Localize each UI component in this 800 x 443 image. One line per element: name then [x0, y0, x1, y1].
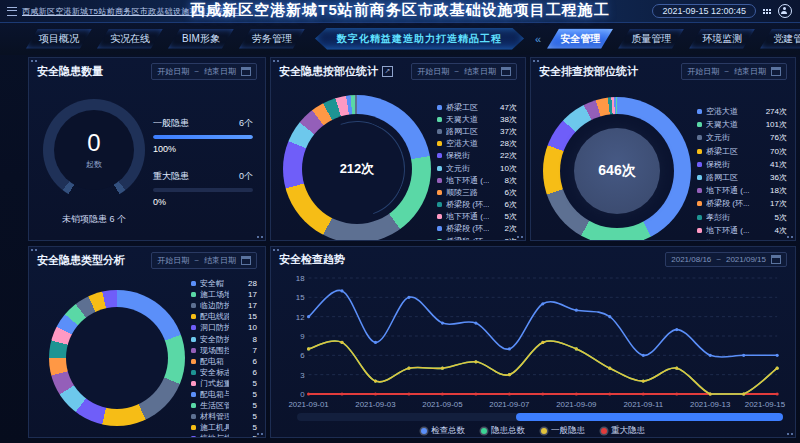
legend-item[interactable]: 配电箱6	[191, 356, 257, 367]
legend-item[interactable]: 门式起重机5	[191, 378, 257, 389]
slogan-banner: 数字化精益建造助力打造精品工程	[315, 28, 524, 50]
nav-tab[interactable]: 实况在线	[97, 29, 163, 49]
legend-item[interactable]: 孝彭街5次	[697, 211, 787, 224]
end-date-field[interactable]: 结束日期	[204, 66, 236, 77]
data-zoom-slider[interactable]	[297, 413, 783, 421]
start-date-field[interactable]: 开始日期	[687, 66, 719, 77]
legend-item[interactable]: 保税街22次	[437, 150, 517, 162]
date-range-picker[interactable]: 开始日期 ~ 结束日期	[411, 63, 517, 80]
legend-item[interactable]: 桥梁段 (环...2次	[437, 223, 517, 235]
user-avatar-icon[interactable]	[778, 4, 792, 18]
legend-item[interactable]: 安全帽28	[191, 278, 257, 289]
legend-color-dot	[437, 214, 442, 219]
legend-item[interactable]: 生活区管理5	[191, 400, 257, 411]
legend-item[interactable]: 安全标志设置6	[191, 367, 257, 378]
nav-bar: 项目概况实况在线BIM形象劳务管理 数字化精益建造助力打造精品工程 « 安全管理…	[0, 22, 800, 55]
calendar-icon[interactable]	[501, 67, 511, 76]
legend-value: 6	[233, 357, 257, 366]
legend-item[interactable]: 现场围挡7	[191, 345, 257, 356]
hamburger-icon[interactable]	[7, 7, 17, 16]
date-range-picker[interactable]: 开始日期 ~ 结束日期	[151, 63, 257, 80]
start-date-field[interactable]: 开始日期	[417, 66, 449, 77]
nav-tab[interactable]: 环境监测	[689, 29, 755, 49]
nav-tab[interactable]: 党建管理	[760, 29, 800, 49]
data-zoom-selection[interactable]	[516, 413, 783, 421]
legend-item[interactable]: 配电线路15	[191, 311, 257, 322]
calendar-icon[interactable]	[241, 67, 251, 76]
legend-color-dot	[191, 381, 196, 386]
legend-value: 6	[233, 368, 257, 377]
legend-item[interactable]: 桥梁段 (环...17次	[697, 197, 787, 210]
nav-tab[interactable]: BIM形象	[168, 29, 234, 49]
chevron-left-icon[interactable]: «	[535, 33, 541, 45]
legend-item[interactable]: 施工机具5	[191, 422, 257, 433]
end-date-field[interactable]: 结束日期	[464, 66, 496, 77]
legend-item[interactable]: 文元街10次	[437, 162, 517, 174]
hazard-type-donut[interactable]	[49, 290, 185, 426]
start-date-field[interactable]: 开始日期	[157, 255, 189, 266]
legend-item[interactable]: 施工场地17	[191, 289, 257, 300]
legend-item[interactable]: 地下环通 (...18次	[697, 184, 787, 197]
legend-label: 地下环通 (...	[446, 175, 489, 186]
nav-tab[interactable]: 安全管理	[547, 29, 613, 49]
legend-item[interactable]: 桥梁段 (环...6次	[437, 199, 517, 211]
legend-item[interactable]: 顺陵三路3次	[697, 237, 787, 241]
legend-item[interactable]: 地下环通 (...5次	[437, 211, 517, 223]
start-date-field[interactable]: 2021/08/16	[671, 255, 711, 264]
legend-color-dot	[697, 162, 702, 167]
legend-item[interactable]: 接地与接零...5	[191, 433, 257, 438]
legend-item[interactable]: 地下环通 (...4次	[697, 224, 787, 237]
legend-item[interactable]: 洞口防护10	[191, 322, 257, 333]
panel-title-text: 安全隐患按部位统计	[279, 64, 378, 79]
apps-grid-icon[interactable]	[763, 9, 771, 14]
trend-line-chart[interactable]: 03691215182021-09-012021-09-032021-09-05…	[279, 270, 787, 412]
nav-tab[interactable]: 劳务管理	[239, 29, 305, 49]
legend-item[interactable]: 顺陵三路6次	[437, 186, 517, 198]
legend-item[interactable]: 路网工区37次	[437, 125, 517, 137]
trend-legend-item[interactable]: 一般隐患	[541, 425, 585, 437]
legend-label: 接地与接零...	[200, 433, 229, 438]
legend-item[interactable]: 材料管理5	[191, 411, 257, 422]
legend-item[interactable]: 安全防护8	[191, 333, 257, 344]
header-right: 2021-09-15 12:00:45	[652, 0, 792, 22]
legend-label: 检查总数	[431, 425, 465, 437]
legend-color-dot	[191, 436, 196, 438]
legend-value: 2次	[493, 236, 517, 241]
trend-legend-item[interactable]: 检查总数	[421, 425, 465, 437]
legend-item[interactable]: 配电箱与开...5	[191, 389, 257, 400]
date-range-picker[interactable]: 2021/08/16 ~ 2021/09/15	[665, 252, 787, 267]
start-date-field[interactable]: 开始日期	[157, 66, 189, 77]
legend-item[interactable]: 路网工区36次	[697, 171, 787, 184]
end-date-field[interactable]: 结束日期	[204, 255, 236, 266]
trend-legend-item[interactable]: 重大隐患	[601, 425, 645, 437]
legend-item[interactable]: 桥梁工区47次	[437, 101, 517, 113]
legend-item[interactable]: 文元街76次	[697, 131, 787, 144]
legend-value: 5	[233, 401, 257, 410]
date-range-picker[interactable]: 开始日期 ~ 结束日期	[681, 63, 787, 80]
legend-item[interactable]: 地下环通 (...8次	[437, 174, 517, 186]
svg-text:2021-09-05: 2021-09-05	[422, 400, 463, 409]
calendar-icon[interactable]	[241, 256, 251, 265]
inspection-location-donut[interactable]: 646次	[543, 97, 691, 241]
legend-item[interactable]: 临边防护17	[191, 300, 257, 311]
hazard-location-donut[interactable]: 212次	[283, 95, 431, 241]
trend-legend-item[interactable]: 隐患总数	[481, 425, 525, 437]
legend-color-dot	[541, 428, 547, 434]
nav-tab[interactable]: 质量管理	[618, 29, 684, 49]
legend-item[interactable]: 保税街41次	[697, 158, 787, 171]
legend-item[interactable]: 桥梁工区70次	[697, 145, 787, 158]
nav-tab[interactable]: 项目概况	[26, 29, 92, 49]
expand-icon[interactable]: ↗	[382, 66, 393, 77]
legend-item[interactable]: 空港大道274次	[697, 105, 787, 118]
svg-text:2021-09-07: 2021-09-07	[489, 400, 529, 409]
end-date-field[interactable]: 结束日期	[734, 66, 766, 77]
legend-item[interactable]: 桥梁段 (环...2次	[437, 235, 517, 241]
legend-item[interactable]: 天翼大道101次	[697, 118, 787, 131]
legend-item[interactable]: 天翼大道38次	[437, 113, 517, 125]
calendar-icon[interactable]	[771, 67, 781, 76]
legend-color-dot	[191, 370, 196, 375]
end-date-field[interactable]: 2021/09/15	[726, 255, 766, 264]
legend-item[interactable]: 空港大道28次	[437, 138, 517, 150]
date-range-picker[interactable]: 开始日期 ~ 结束日期	[151, 252, 257, 269]
calendar-icon[interactable]	[771, 255, 781, 264]
